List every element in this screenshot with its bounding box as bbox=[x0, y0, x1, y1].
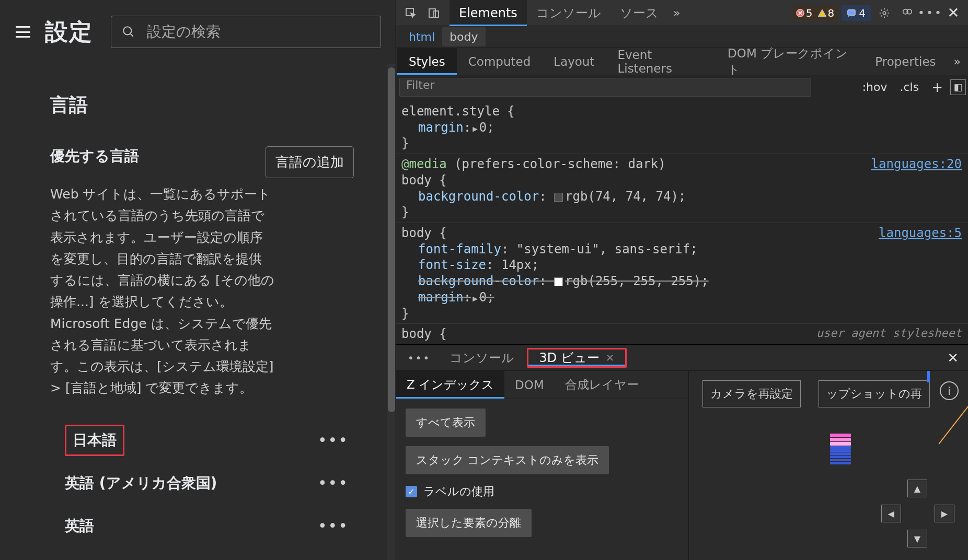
more-actions-icon[interactable]: ••• bbox=[313, 511, 354, 540]
menu-icon[interactable] bbox=[16, 26, 30, 38]
rule-selector: body bbox=[401, 173, 432, 188]
show-all-button[interactable]: すべて表示 bbox=[406, 409, 486, 437]
search-icon bbox=[122, 25, 135, 39]
stack-context-only-button[interactable]: スタック コンテキストのみを表示 bbox=[406, 446, 609, 474]
inspect-icon[interactable] bbox=[400, 3, 421, 24]
more-style-tabs-icon[interactable]: » bbox=[948, 55, 967, 68]
settings-gear-icon[interactable] bbox=[874, 3, 895, 24]
color-swatch[interactable] bbox=[554, 193, 563, 202]
pan-left-button[interactable]: ◀ bbox=[881, 505, 901, 522]
info-count: 4 bbox=[859, 7, 866, 19]
css-property: background-color bbox=[418, 274, 539, 288]
styles-filter-row: Filter :hov .cls + bbox=[396, 75, 968, 99]
language-item[interactable]: 英語 (アメリカ合衆国) ••• bbox=[65, 462, 354, 505]
labels-checkbox-row[interactable]: ラベルの使用 bbox=[406, 484, 679, 499]
language-list: 日本語 ••• 英語 (アメリカ合衆国) ••• 英語 ••• 中国語 (繁体字… bbox=[50, 419, 354, 561]
media-keyword: @media bbox=[401, 157, 447, 171]
settings-scrollbar[interactable] bbox=[387, 64, 396, 560]
3dview-subtabs: Z インデックス DOM 合成レイヤー bbox=[396, 371, 688, 399]
tab-computed[interactable]: Computed bbox=[457, 48, 542, 75]
language-item[interactable]: 日本語 ••• bbox=[65, 419, 354, 462]
css-value: rgb(74, 74, 74) bbox=[565, 189, 678, 204]
tab-console[interactable]: コンソール bbox=[527, 0, 610, 26]
styles-filter-input[interactable]: Filter bbox=[399, 78, 811, 97]
svg-line-1 bbox=[130, 33, 133, 36]
css-rule[interactable]: element.style { margin:▶0; } bbox=[396, 101, 968, 154]
css-rule[interactable]: user agent stylesheet body { bbox=[396, 323, 968, 342]
subtab-dom[interactable]: DOM bbox=[504, 371, 555, 399]
more-actions-icon[interactable]: ••• bbox=[313, 554, 354, 560]
source-link[interactable]: languages:20 bbox=[871, 156, 962, 172]
pan-down-button[interactable]: ▼ bbox=[907, 530, 927, 547]
css-value: "system-ui", sans-serif bbox=[516, 242, 690, 256]
css-value: 0 bbox=[479, 290, 487, 305]
tab-elements[interactable]: Elements bbox=[450, 0, 527, 26]
tab-sources[interactable]: ソース bbox=[610, 0, 668, 26]
preferred-languages-description: Web サイトは、一覧にあるサポートされている言語のうち先頭の言語で表示されます… bbox=[50, 183, 275, 399]
preferred-languages-title: 優先する言語 bbox=[50, 146, 139, 166]
color-swatch[interactable] bbox=[554, 277, 563, 286]
pan-right-button[interactable]: ▶ bbox=[935, 505, 954, 522]
css-value: 14px bbox=[501, 258, 532, 272]
more-tabs-icon[interactable]: » bbox=[668, 0, 685, 26]
css-property: margin bbox=[418, 120, 464, 135]
css-property: background-color bbox=[418, 189, 539, 204]
isolate-element-button[interactable]: 選択した要素の分離 bbox=[406, 509, 532, 537]
language-name: 日本語 bbox=[65, 425, 124, 456]
info-badge[interactable]: 4 bbox=[842, 5, 871, 21]
toggle-sidebar-icon[interactable] bbox=[950, 79, 966, 95]
search-placeholder: 設定の検索 bbox=[147, 22, 221, 42]
breadcrumb-html[interactable]: html bbox=[401, 27, 442, 46]
css-property: font-size bbox=[418, 258, 486, 272]
css-property: font-family bbox=[418, 242, 501, 256]
dom-breadcrumb: html body bbox=[396, 26, 968, 48]
css-rule[interactable]: languages:20 @media (prefers-color-schem… bbox=[396, 154, 968, 223]
breadcrumb-body[interactable]: body bbox=[442, 27, 485, 46]
close-devtools-icon[interactable]: ✕ bbox=[943, 3, 964, 24]
close-drawer-icon[interactable]: ✕ bbox=[941, 350, 965, 366]
more-actions-icon[interactable]: ••• bbox=[313, 469, 354, 497]
hov-toggle[interactable]: :hov bbox=[857, 77, 893, 97]
drawer-tab-console[interactable]: コンソール bbox=[439, 345, 525, 370]
warning-count: 8 bbox=[828, 7, 835, 19]
perspective-line bbox=[846, 371, 968, 449]
checkbox-label: ラベルの使用 bbox=[423, 484, 494, 499]
tab-dom-breakpoints[interactable]: DOM ブレークポイント bbox=[716, 48, 863, 75]
css-rules: element.style { margin:▶0; } languages:2… bbox=[396, 99, 968, 344]
new-style-rule-button[interactable]: + bbox=[926, 76, 948, 98]
add-language-button[interactable]: 言語の追加 bbox=[266, 146, 354, 178]
layer-stack bbox=[830, 434, 851, 465]
svg-point-7 bbox=[883, 11, 886, 15]
tab-styles[interactable]: Styles bbox=[397, 48, 457, 75]
feedback-icon[interactable] bbox=[897, 3, 918, 24]
language-item[interactable]: 中国語 (繁体字) ••• bbox=[65, 547, 354, 561]
cls-toggle[interactable]: .cls bbox=[895, 77, 925, 97]
3dview-canvas[interactable]: カメラを再設定 ップショットの再 i ▲ ▼ ◀ ▶ bbox=[689, 371, 968, 560]
settings-pane: 設定 設定の検索 言語 優先する言語 言語の追加 Web サイトは、一覧にあるサ… bbox=[0, 0, 396, 560]
svg-point-0 bbox=[123, 27, 131, 34]
svg-rect-6 bbox=[848, 10, 855, 15]
close-tab-icon[interactable]: ✕ bbox=[606, 352, 615, 364]
drawer-more-icon[interactable]: ••• bbox=[399, 352, 439, 364]
language-name: 英語 (アメリカ合衆国) bbox=[65, 473, 217, 493]
more-options-icon[interactable]: ••• bbox=[920, 3, 941, 24]
drawer-tab-3dview[interactable]: 3D ビュー ✕ bbox=[527, 348, 626, 368]
settings-body: 言語 優先する言語 言語の追加 Web サイトは、一覧にあるサポートされている言… bbox=[0, 64, 396, 560]
subtab-layers[interactable]: 合成レイヤー bbox=[555, 371, 649, 399]
checkbox-checked-icon[interactable] bbox=[406, 486, 417, 497]
tab-layout[interactable]: Layout bbox=[542, 48, 606, 75]
reset-camera-button[interactable]: カメラを再設定 bbox=[702, 380, 801, 407]
source-link[interactable]: languages:5 bbox=[879, 225, 962, 241]
error-count: 5 bbox=[806, 7, 813, 19]
device-toggle-icon[interactable] bbox=[423, 3, 444, 24]
more-actions-icon[interactable]: ••• bbox=[313, 426, 354, 454]
pan-up-button[interactable]: ▲ bbox=[907, 480, 927, 497]
css-rule[interactable]: languages:5 body { font-family: "system-… bbox=[396, 223, 968, 323]
settings-search[interactable]: 設定の検索 bbox=[111, 16, 381, 48]
tab-event-listeners[interactable]: Event Listeners bbox=[606, 48, 716, 75]
issues-badge[interactable]: 5 8 bbox=[793, 6, 837, 20]
subtab-zindex[interactable]: Z インデックス bbox=[396, 371, 504, 399]
language-item[interactable]: 英語 ••• bbox=[65, 505, 354, 547]
rule-selector: element.style bbox=[401, 104, 500, 119]
tab-properties[interactable]: Properties bbox=[863, 48, 947, 75]
